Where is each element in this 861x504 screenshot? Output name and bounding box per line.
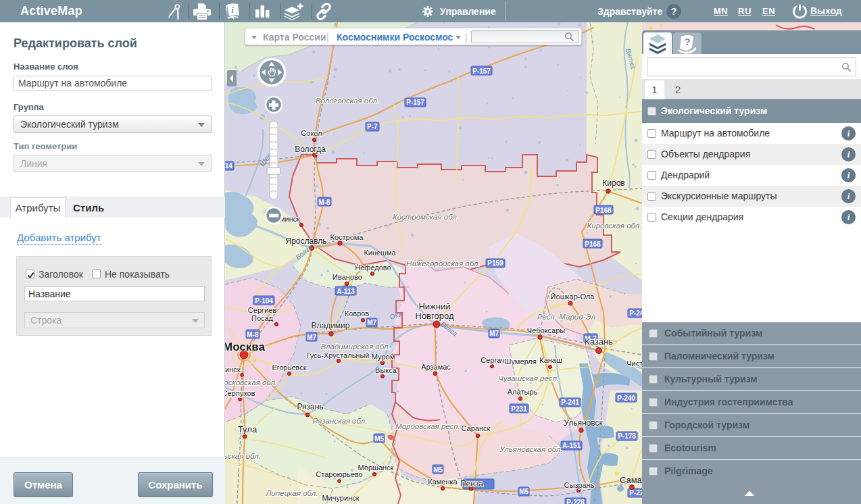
svg-text:Ульяновск: Ульяновск [564, 418, 603, 428]
svg-text:Р-7: Р-7 [367, 123, 378, 130]
svg-text:Киров: Киров [602, 178, 624, 188]
svg-text:Саранск: Саранск [462, 424, 491, 432]
svg-text:Ульяновская обл.: Ульяновская обл. [499, 445, 562, 453]
svg-text:Вологодская обл.: Вологодская обл. [316, 97, 379, 105]
svg-text:Р168: Р168 [585, 241, 601, 248]
svg-text:Каменка: Каменка [428, 478, 458, 486]
svg-text:Р-240: Р-240 [617, 395, 635, 402]
svg-text:Московская обл.: Московская обл. [225, 378, 277, 386]
svg-text:Нижегородская обл.: Нижегородская обл. [406, 259, 480, 268]
svg-text:А-114: А-114 [225, 162, 232, 170]
svg-text:Владимир: Владимир [311, 321, 349, 330]
svg-text:Канаш: Канаш [539, 356, 562, 364]
svg-text:А-151: А-151 [562, 442, 581, 449]
svg-text:Моршанск: Моршанск [358, 463, 394, 472]
svg-text:Нефедово: Нефедово [355, 263, 391, 272]
svg-text:Йошкар-Ола: Йошкар-Ола [551, 293, 595, 301]
svg-text:Р-104: Р-104 [255, 297, 273, 305]
svg-text:М5: М5 [519, 488, 528, 495]
svg-text:Сергиев: Сергиев [248, 306, 276, 314]
svg-text:Чист: Чист [626, 359, 643, 368]
svg-text:Алатырь: Алатырь [508, 388, 538, 396]
svg-text:Шумерля: Шумерля [504, 357, 536, 366]
svg-text:Муром: Муром [372, 353, 395, 361]
svg-text:Кострома: Кострома [330, 233, 364, 241]
svg-text:М7: М7 [307, 334, 316, 341]
svg-text:Мичуринск: Мичуринск [322, 494, 359, 502]
svg-text:М-8: М-8 [318, 199, 330, 206]
svg-text:Мордовская респ.: Мордовская респ. [395, 422, 460, 430]
svg-text:Костромская обл.: Костромская обл. [393, 213, 459, 221]
svg-text:Р-157: Р-157 [406, 99, 424, 106]
svg-text:Казань: Казань [585, 336, 613, 347]
svg-text:М7: М7 [367, 319, 376, 326]
svg-text:Сергач: Сергач [481, 356, 505, 364]
svg-text:Кировская обл.: Кировская обл. [587, 222, 642, 230]
svg-text:Респ. Марий-Эл: Респ. Марий-Эл [537, 313, 595, 321]
svg-text:Р159: Р159 [487, 259, 503, 267]
svg-text:Р168: Р168 [595, 207, 612, 214]
svg-text:Гусь-Хрустальный: Гусь-Хрустальный [306, 351, 369, 359]
svg-text:Арзамас: Арзамас [421, 363, 451, 371]
svg-text:Егорьевск: Егорьевск [272, 363, 306, 372]
svg-text:Новгород: Новгород [416, 311, 454, 321]
svg-text:?: ? [684, 36, 690, 47]
svg-text:Чебоксары: Чебоксары [527, 326, 565, 334]
svg-text:Нижний: Нижний [418, 301, 450, 311]
svg-text:Иваново: Иваново [333, 273, 362, 281]
svg-text:Ковров: Ковров [345, 309, 370, 318]
svg-text:А-113: А-113 [337, 288, 355, 295]
svg-text:Москва: Москва [225, 341, 266, 353]
svg-text:Серпухов: Серпухов [225, 389, 255, 397]
svg-text:Вологда: Вологда [295, 145, 326, 154]
svg-text:Сокол: Сокол [301, 129, 322, 137]
svg-text:М5: М5 [433, 466, 443, 474]
svg-text:минск: минск [280, 215, 300, 223]
svg-text:Р231: Р231 [511, 405, 527, 413]
svg-text:Кинешма: Кинешма [364, 249, 396, 257]
svg-text:инск: инск [225, 366, 241, 374]
svg-text:Рязанская обл.: Рязанская обл. [313, 417, 368, 425]
svg-text:Р-157: Р-157 [472, 68, 491, 75]
svg-text:Посад: Посад [251, 314, 274, 322]
svg-text:i: i [231, 5, 234, 15]
svg-text:льская обл.: льская обл. [225, 452, 261, 460]
svg-text:Р-178: Р-178 [618, 432, 636, 440]
svg-text:Чувашская респ.: Чувашская респ. [498, 374, 559, 382]
svg-text:Тула: Тула [238, 424, 257, 434]
svg-text:Р-241: Р-241 [561, 399, 579, 406]
svg-text:Выкса: Выкса [375, 366, 397, 374]
svg-text:Пенза: Пенза [460, 479, 483, 488]
svg-text:Р-228: Р-228 [566, 499, 585, 504]
svg-text:М-8: М-8 [247, 331, 259, 338]
svg-text:Рязань: Рязань [297, 402, 323, 411]
svg-text:Сызрань: Сызрань [564, 481, 595, 489]
svg-text:Владимирская обл.: Владимирская обл. [320, 343, 390, 351]
svg-text:М5: М5 [374, 435, 384, 443]
svg-text:Староюрьево: Староюрьево [316, 470, 362, 478]
svg-text:М7: М7 [489, 330, 499, 337]
svg-text:Липецкая обл.: Липецкая обл. [265, 489, 318, 497]
